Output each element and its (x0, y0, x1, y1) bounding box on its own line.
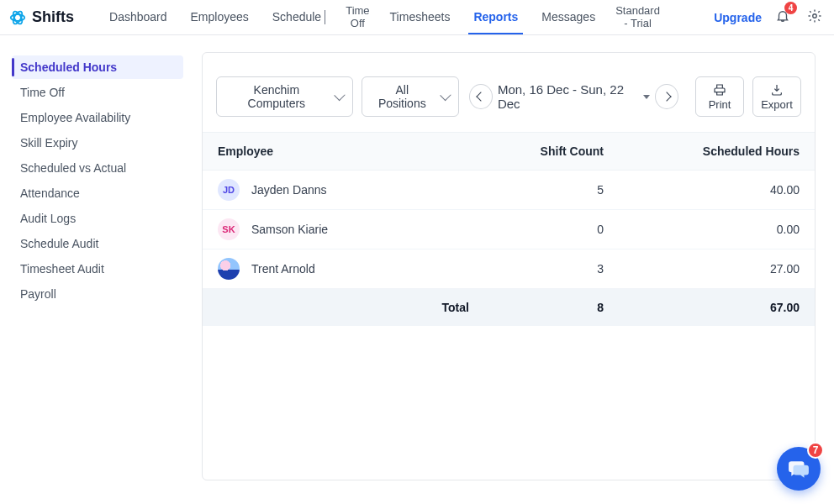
sidebar-item-scheduled-hours[interactable]: Scheduled Hours (12, 55, 183, 79)
notification-badge: 4 (784, 2, 797, 14)
sidebar-item-attendance[interactable]: Attendance (12, 181, 183, 205)
upgrade-link[interactable]: Upgrade (714, 11, 762, 24)
sidebar-item-label: Timesheet Audit (20, 262, 104, 276)
export-label: Export (761, 98, 793, 111)
gear-icon (807, 8, 822, 24)
date-range-label: Mon, 16 Dec - Sun, 22 Dec (498, 82, 638, 111)
sidebar-item-timesheet-audit[interactable]: Timesheet Audit (12, 257, 183, 281)
export-button[interactable]: Export (752, 76, 801, 117)
sidebar-item-skill-expiry[interactable]: Skill Expiry (12, 131, 183, 155)
cell-scheduled-hours: 27.00 (619, 249, 815, 289)
sidebar-item-label: Payroll (20, 287, 56, 301)
sidebar-item-label: Employee Availability (20, 111, 130, 124)
sidebar-item-label: Time Off (20, 86, 65, 99)
reports-sidebar: Scheduled Hours Time Off Employee Availa… (0, 35, 195, 504)
nav-label: Off (351, 18, 365, 30)
sidebar-item-label: Attendance (20, 186, 80, 200)
nav-label: - Trial (624, 18, 652, 30)
sidebar-item-payroll[interactable]: Payroll (12, 282, 183, 306)
cell-scheduled-hours: 40.00 (619, 171, 815, 210)
cell-shift-count: 3 (484, 249, 619, 289)
nav-label: Dashboard (109, 10, 167, 24)
next-period-button[interactable] (655, 84, 678, 109)
nav-plan[interactable]: Standard - Trial (607, 0, 668, 34)
brand-name: Shifts (32, 8, 74, 26)
chevron-left-icon (476, 92, 485, 101)
employee-name: Samson Kiarie (251, 223, 328, 236)
table-row[interactable]: SK Samson Kiarie 0 0.00 (203, 210, 815, 249)
col-employee[interactable]: Employee (203, 133, 484, 171)
chat-unread-badge: 7 (807, 442, 824, 459)
report-toolbar: Kenchim Computers All Positions Mon, 16 … (203, 53, 815, 132)
sidebar-item-employee-availability[interactable]: Employee Availability (12, 106, 183, 129)
nav-label: Messages (541, 10, 595, 24)
col-scheduled-hours[interactable]: Scheduled Hours (619, 133, 815, 171)
logo-icon (8, 8, 27, 27)
table-total-row: Total 8 67.00 (203, 289, 815, 327)
avatar (218, 258, 240, 280)
nav-employees[interactable]: Employees (179, 0, 261, 34)
sidebar-item-scheduled-vs-actual[interactable]: Scheduled vs Actual (12, 156, 183, 180)
chevron-down-icon (440, 90, 451, 102)
nav-label: Schedule (272, 10, 321, 24)
table-row[interactable]: JD Jayden Danns 5 40.00 (203, 171, 815, 210)
nav-time-off[interactable]: Time Off (337, 0, 377, 34)
report-content: Kenchim Computers All Positions Mon, 16 … (195, 35, 834, 504)
download-icon (769, 83, 784, 97)
nav-timesheets[interactable]: Timesheets (378, 0, 462, 34)
notifications-button[interactable]: 4 (772, 5, 794, 29)
sidebar-item-label: Schedule Audit (20, 237, 98, 250)
sidebar-item-schedule-audit[interactable]: Schedule Audit (12, 232, 183, 255)
col-shift-count[interactable]: Shift Count (484, 133, 619, 171)
sidebar-item-label: Audit Logs (20, 212, 76, 225)
cell-shift-count: 0 (484, 210, 619, 249)
position-filter-dropdown[interactable]: All Positions (362, 76, 459, 117)
scheduled-hours-table: Employee Shift Count Scheduled Hours JD … (203, 132, 815, 326)
employee-name: Trent Arnold (251, 262, 315, 276)
nav-label: Standard (615, 5, 660, 18)
nav-dashboard[interactable]: Dashboard (98, 0, 179, 34)
report-panel: Kenchim Computers All Positions Mon, 16 … (202, 52, 816, 480)
settings-button[interactable] (804, 5, 826, 29)
avatar: SK (218, 218, 240, 240)
employee-name: Jayden Danns (251, 183, 327, 197)
nav-messages[interactable]: Messages (530, 0, 607, 34)
nav-items: Dashboard Employees Schedule Time Off Ti… (98, 0, 668, 34)
prev-period-button[interactable] (469, 84, 493, 109)
chat-button[interactable]: 7 (777, 447, 821, 491)
total-label: Total (203, 289, 484, 327)
sidebar-item-label: Scheduled Hours (20, 60, 117, 74)
sidebar-item-label: Skill Expiry (20, 136, 77, 150)
chevron-down-icon (334, 90, 346, 102)
table-header-row: Employee Shift Count Scheduled Hours (203, 133, 815, 171)
brand[interactable]: Shifts (8, 8, 74, 27)
nav-schedule[interactable]: Schedule (261, 0, 337, 34)
nav-label: Timesheets (390, 10, 451, 24)
org-filter-dropdown[interactable]: Kenchim Computers (216, 76, 353, 117)
org-filter-label: Kenchim Computers (227, 83, 326, 110)
nav-right: Upgrade 4 (714, 5, 831, 29)
position-filter-label: All Positions (372, 83, 432, 110)
chevron-right-icon (662, 92, 671, 101)
caret-down-icon (643, 95, 650, 99)
nav-label: Reports (473, 10, 518, 24)
nav-label: Employees (191, 10, 249, 24)
table-row[interactable]: Trent Arnold 3 27.00 (203, 249, 815, 289)
sidebar-item-audit-logs[interactable]: Audit Logs (12, 207, 183, 230)
avatar: JD (218, 179, 240, 201)
chevron-down-icon (325, 10, 325, 24)
top-nav: Shifts Dashboard Employees Schedule Time… (0, 0, 834, 35)
svg-point-3 (813, 14, 817, 18)
chat-icon (788, 458, 810, 480)
sidebar-item-label: Scheduled vs Actual (20, 161, 126, 175)
date-range-picker[interactable]: Mon, 16 Dec - Sun, 22 Dec (498, 82, 650, 111)
print-icon (712, 83, 727, 97)
cell-scheduled-hours: 0.00 (619, 210, 815, 249)
nav-reports[interactable]: Reports (462, 0, 530, 34)
print-button[interactable]: Print (695, 76, 744, 117)
total-shift-count: 8 (484, 289, 619, 327)
sidebar-item-time-off[interactable]: Time Off (12, 81, 183, 104)
cell-shift-count: 5 (484, 171, 619, 210)
nav-label: Time (346, 5, 369, 18)
print-label: Print (709, 98, 731, 111)
